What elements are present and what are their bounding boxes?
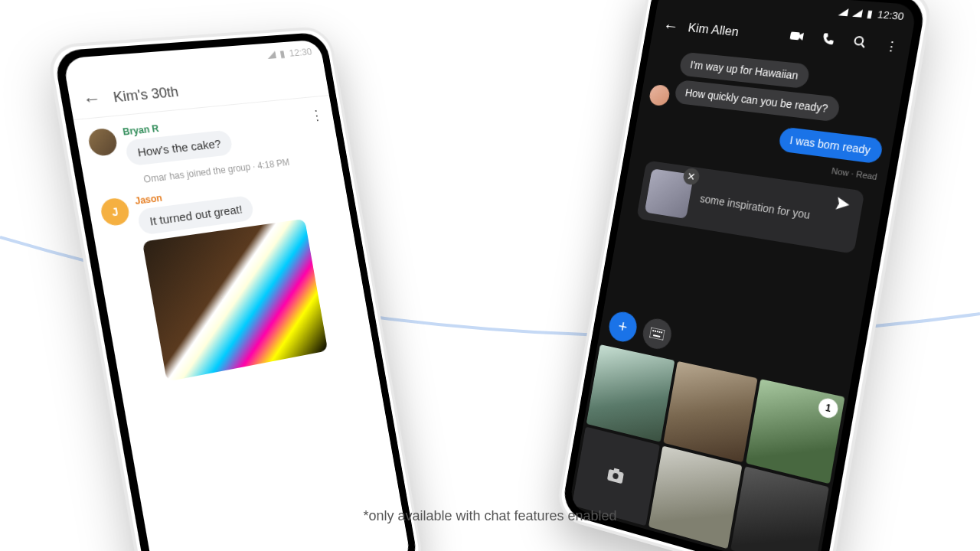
send-icon[interactable] bbox=[833, 195, 852, 217]
attachment-thumbnail[interactable]: ✕ bbox=[645, 168, 694, 219]
avatar[interactable]: J bbox=[100, 197, 132, 227]
back-icon[interactable]: ← bbox=[81, 88, 103, 110]
gallery-photo[interactable] bbox=[586, 344, 675, 442]
message-status: Now · Read bbox=[831, 166, 878, 181]
signal-icon bbox=[266, 51, 276, 58]
add-button[interactable]: + bbox=[607, 310, 639, 344]
remove-attachment-icon[interactable]: ✕ bbox=[682, 168, 701, 186]
more-icon[interactable]: ⋮ bbox=[884, 37, 900, 55]
svg-rect-8 bbox=[661, 332, 662, 334]
svg-rect-7 bbox=[658, 331, 660, 333]
wifi-icon bbox=[852, 8, 863, 17]
svg-rect-0 bbox=[789, 31, 800, 40]
chat-title: Kim's 30th bbox=[112, 83, 179, 106]
svg-rect-5 bbox=[655, 331, 656, 332]
more-icon[interactable]: ⋮ bbox=[309, 106, 325, 123]
compose-text[interactable]: some inspiration for you bbox=[699, 192, 811, 221]
back-icon[interactable]: ← bbox=[662, 16, 680, 36]
svg-line-2 bbox=[861, 44, 865, 47]
status-time: 12:30 bbox=[289, 46, 313, 59]
contact-name[interactable]: Kim Allen bbox=[687, 21, 773, 43]
phone-mockup-dark: ▮ 12:30 ← Kim Allen ⋮ bbox=[554, 0, 934, 551]
svg-rect-3 bbox=[649, 328, 665, 341]
gallery-photo[interactable] bbox=[664, 361, 758, 462]
message-bubble-sent[interactable]: I was born ready bbox=[777, 126, 884, 164]
svg-rect-4 bbox=[652, 330, 654, 331]
gallery-photo[interactable]: 1 bbox=[746, 379, 845, 484]
avatar[interactable] bbox=[87, 128, 119, 158]
gallery-photo[interactable] bbox=[648, 445, 742, 549]
image-attachment[interactable] bbox=[142, 219, 328, 382]
caption-text: *only available with chat features enabl… bbox=[363, 508, 616, 524]
svg-rect-6 bbox=[657, 331, 658, 332]
call-icon[interactable] bbox=[821, 32, 836, 50]
signal-icon bbox=[838, 8, 849, 16]
svg-rect-9 bbox=[653, 334, 660, 337]
video-call-icon[interactable] bbox=[789, 29, 805, 45]
search-icon[interactable] bbox=[851, 34, 867, 52]
selected-count-badge: 1 bbox=[817, 397, 839, 420]
keyboard-button[interactable] bbox=[641, 317, 674, 352]
phone-mockup-light: ▮ 12:30 ← Kim's 30th Bryan R How's the c… bbox=[45, 25, 425, 551]
status-time: 12:30 bbox=[877, 8, 905, 22]
avatar[interactable] bbox=[648, 84, 671, 106]
